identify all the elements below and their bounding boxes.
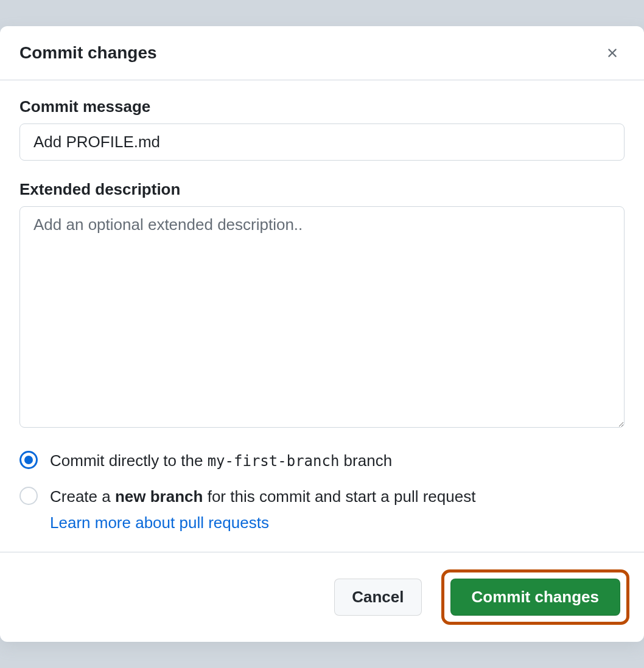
commit-changes-dialog: Commit changes Commit message Extended d… — [0, 26, 644, 642]
close-icon — [605, 46, 620, 60]
radio-new-branch[interactable] — [19, 487, 38, 505]
dialog-header: Commit changes — [0, 26, 644, 80]
commit-message-field-group: Commit message — [19, 97, 625, 161]
branch-name-code: my-first-branch — [208, 453, 340, 470]
radio-direct-label[interactable]: Commit directly to the my-first-branch b… — [50, 450, 392, 472]
cancel-button[interactable]: Cancel — [334, 579, 421, 616]
commit-button-highlight: Commit changes — [441, 569, 630, 625]
dialog-title: Commit changes — [19, 43, 157, 63]
radio-new-branch-label[interactable]: Create a new branch for this commit and … — [50, 487, 475, 506]
radio-option-direct: Commit directly to the my-first-branch b… — [19, 450, 625, 472]
extended-description-label: Extended description — [19, 180, 625, 199]
extended-description-textarea[interactable] — [19, 206, 625, 428]
radio-direct-branch[interactable] — [19, 451, 38, 469]
extended-description-field-group: Extended description — [19, 180, 625, 430]
learn-more-link[interactable]: Learn more about pull requests — [50, 513, 475, 532]
radio-option-new-branch: Create a new branch for this commit and … — [19, 485, 625, 532]
commit-message-label: Commit message — [19, 97, 625, 116]
commit-changes-button[interactable]: Commit changes — [450, 579, 621, 616]
branch-radio-group: Commit directly to the my-first-branch b… — [19, 450, 625, 532]
close-button[interactable] — [600, 41, 625, 65]
dialog-body: Commit message Extended description Comm… — [0, 80, 644, 552]
dialog-footer: Cancel Commit changes — [0, 552, 644, 642]
commit-message-input[interactable] — [19, 124, 625, 161]
